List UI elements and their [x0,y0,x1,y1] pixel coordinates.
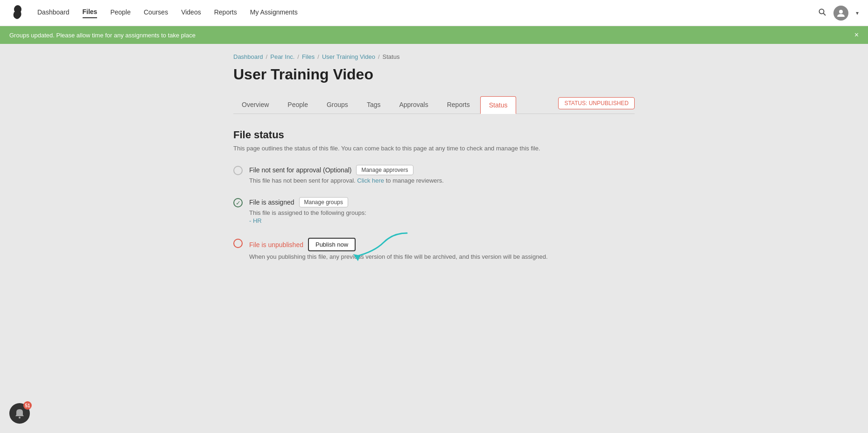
status-item-unpublished-header: File is unpublished Publish now [249,238,635,251]
navbar-links: Dashboard Files People Courses Videos Re… [37,8,819,18]
status-item-unpublished-title: File is unpublished [249,241,303,248]
status-item-assigned-content: File is assigned Manage groups This file… [249,197,635,225]
logo[interactable] [9,5,26,21]
status-radio-unpublished [233,239,243,248]
status-radio-approval [233,166,243,175]
checkmark-icon: ✓ [236,199,241,206]
approval-click-here[interactable]: Click here [357,177,384,184]
approval-desc-after: to manage reviewers. [386,177,444,184]
status-item-approval: File not sent for approval (Optional) Ma… [233,165,635,184]
breadcrumb-current: Status [383,53,400,60]
breadcrumb-pear-inc[interactable]: Pear Inc. [270,53,294,60]
tab-approvals[interactable]: Approvals [391,96,436,114]
breadcrumb-dashboard[interactable]: Dashboard [233,53,263,60]
page-title: User Training Video [233,66,635,83]
manage-approvers-button[interactable]: Manage approvers [356,165,413,175]
nav-reports[interactable]: Reports [214,8,237,18]
status-item-assigned-desc: This file is assigned to the following g… [249,209,635,216]
svg-point-1 [819,9,824,14]
breadcrumb-sep-3: / [317,53,319,60]
status-item-assigned-title: File is assigned [249,199,294,206]
nav-files[interactable]: Files [83,8,98,18]
tab-overview[interactable]: Overview [233,96,277,114]
publish-now-button[interactable]: Publish now [308,238,356,251]
navbar-right: ▾ [819,6,859,21]
file-status-section: File status This page outlines the statu… [233,129,635,260]
tab-status[interactable]: Status [480,96,517,114]
tabs-bar: Overview People Groups Tags Approvals Re… [233,96,635,114]
breadcrumb: Dashboard / Pear Inc. / Files / User Tra… [233,44,635,66]
nav-courses[interactable]: Courses [144,8,168,18]
status-item-unpublished-content: File is unpublished Publish now When you… [249,238,635,260]
status-item-assigned: ✓ File is assigned Manage groups This fi… [233,197,635,225]
approval-desc-before: This file has not been sent for approval… [249,177,356,184]
nav-people[interactable]: People [110,8,131,18]
nav-my-assignments[interactable]: My Assignments [250,8,298,18]
manage-groups-button[interactable]: Manage groups [299,197,348,207]
status-radio-assigned: ✓ [233,198,243,207]
publish-button-container: Publish now [308,238,356,251]
navbar: Dashboard Files People Courses Videos Re… [0,0,868,26]
svg-line-2 [824,13,826,15]
nav-dashboard[interactable]: Dashboard [37,8,70,18]
tabs-left: Overview People Groups Tags Approvals Re… [233,96,516,114]
breadcrumb-files[interactable]: Files [302,53,315,60]
file-status-title: File status [233,129,635,141]
tab-people[interactable]: People [279,96,316,114]
nav-videos[interactable]: Videos [181,8,201,18]
search-button[interactable] [819,8,826,18]
teal-arrow-annotation [351,228,412,266]
success-banner: Groups updated. Please allow time for an… [0,26,868,44]
banner-close-button[interactable]: × [854,31,859,39]
file-status-desc: This page outlines the status of this fi… [233,145,635,152]
breadcrumb-file-name[interactable]: User Training Video [322,53,375,60]
status-item-approval-header: File not sent for approval (Optional) Ma… [249,165,635,175]
status-item-unpublished: File is unpublished Publish now When you… [233,238,635,260]
status-item-unpublished-desc: When you publishing this file, any previ… [249,253,635,260]
status-item-assigned-header: File is assigned Manage groups [249,197,635,207]
banner-message: Groups updated. Please allow time for an… [9,32,196,39]
breadcrumb-sep-1: / [266,53,268,60]
tab-tags[interactable]: Tags [358,96,389,114]
user-avatar[interactable] [833,6,848,21]
status-item-approval-title: File not sent for approval (Optional) [249,166,351,174]
status-item-approval-content: File not sent for approval (Optional) Ma… [249,165,635,184]
user-dropdown-arrow[interactable]: ▾ [856,10,859,16]
tab-groups[interactable]: Groups [318,96,357,114]
status-item-approval-desc: This file has not been sent for approval… [249,177,635,184]
breadcrumb-sep-2: / [297,53,299,60]
status-badge: STATUS: UNPUBLISHED [558,97,635,109]
tab-reports[interactable]: Reports [439,96,478,114]
svg-point-3 [839,10,843,14]
breadcrumb-sep-4: / [378,53,380,60]
assigned-groups-prefix: This file is assigned to the following g… [249,209,366,216]
group-hr-link[interactable]: - HR [249,217,262,224]
